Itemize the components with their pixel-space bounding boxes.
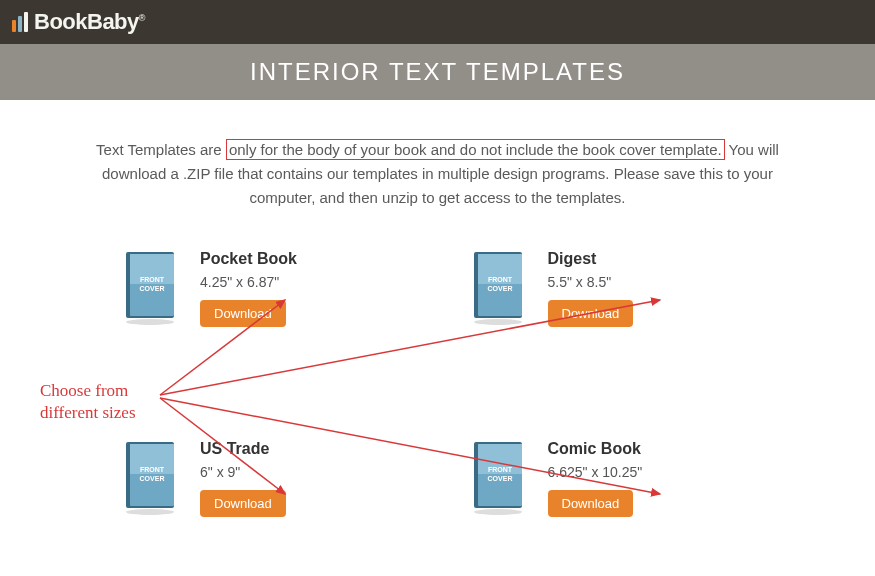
book-cover-icon: FRONT COVER bbox=[468, 440, 528, 520]
topbar: BookBaby® bbox=[0, 0, 875, 44]
page-title: INTERIOR TEXT TEMPLATES bbox=[250, 58, 625, 86]
template-digest: FRONT COVER Digest 5.5" x 8.5" Download bbox=[468, 250, 816, 330]
book-cover-icon: FRONT COVER bbox=[120, 440, 180, 520]
download-button[interactable]: Download bbox=[200, 300, 286, 327]
template-size: 4.25" x 6.87" bbox=[200, 274, 297, 290]
svg-text:FRONT: FRONT bbox=[140, 276, 165, 283]
svg-text:COVER: COVER bbox=[140, 285, 165, 292]
svg-point-18 bbox=[474, 509, 522, 515]
svg-text:COVER: COVER bbox=[487, 475, 512, 482]
book-cover-icon: FRONT COVER bbox=[120, 250, 180, 330]
template-size: 5.5" x 8.5" bbox=[548, 274, 634, 290]
templates-grid: FRONT COVER Pocket Book 4.25" x 6.87" Do… bbox=[0, 230, 875, 520]
download-button[interactable]: Download bbox=[548, 490, 634, 517]
annotation-label: Choose from different sizes bbox=[40, 380, 136, 424]
download-button[interactable]: Download bbox=[200, 490, 286, 517]
svg-text:COVER: COVER bbox=[140, 475, 165, 482]
svg-point-0 bbox=[126, 319, 174, 325]
template-title: Comic Book bbox=[548, 440, 643, 458]
download-button[interactable]: Download bbox=[548, 300, 634, 327]
svg-text:FRONT: FRONT bbox=[140, 466, 165, 473]
highlight-box: only for the body of your book and do no… bbox=[226, 139, 725, 160]
template-size: 6" x 9" bbox=[200, 464, 286, 480]
template-comic-book: FRONT COVER Comic Book 6.625" x 10.25" D… bbox=[468, 440, 816, 520]
template-title: Pocket Book bbox=[200, 250, 297, 268]
template-title: Digest bbox=[548, 250, 634, 268]
template-pocket-book: FRONT COVER Pocket Book 4.25" x 6.87" Do… bbox=[120, 250, 468, 330]
brand-logo[interactable]: BookBaby® bbox=[12, 9, 145, 35]
logo-bars-icon bbox=[12, 12, 28, 32]
description-text: Text Templates are only for the body of … bbox=[0, 100, 875, 230]
svg-text:COVER: COVER bbox=[487, 285, 512, 292]
template-us-trade: FRONT COVER US Trade 6" x 9" Download bbox=[120, 440, 468, 520]
page-title-bar: INTERIOR TEXT TEMPLATES bbox=[0, 44, 875, 100]
book-cover-icon: FRONT COVER bbox=[468, 250, 528, 330]
template-size: 6.625" x 10.25" bbox=[548, 464, 643, 480]
svg-text:FRONT: FRONT bbox=[487, 276, 512, 283]
brand-name: BookBaby® bbox=[34, 9, 145, 35]
svg-text:FRONT: FRONT bbox=[487, 466, 512, 473]
template-title: US Trade bbox=[200, 440, 286, 458]
svg-point-12 bbox=[126, 509, 174, 515]
svg-point-6 bbox=[474, 319, 522, 325]
